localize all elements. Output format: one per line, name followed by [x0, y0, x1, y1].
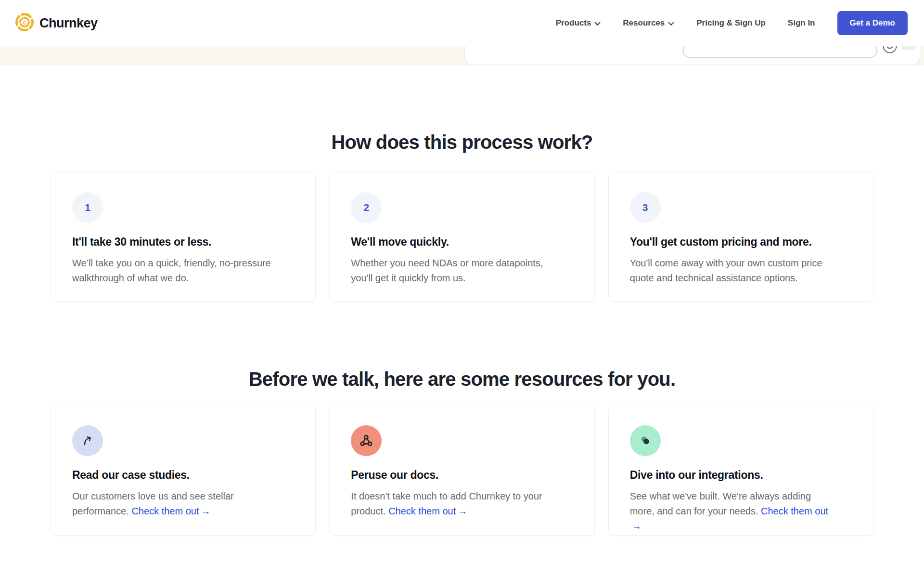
process-card-2: 2 We'll move quickly. Whether you need N…: [329, 171, 594, 302]
webhook-icon: [351, 425, 382, 456]
card-body: You'll come away with your own custom pr…: [630, 256, 837, 286]
nav-sign-in-label: Sign In: [788, 18, 815, 28]
arrow-right-icon: →: [458, 504, 467, 519]
main-content: How does this process work? 1 It'll take…: [51, 131, 873, 536]
process-card-1: 1 It'll take 30 minutes or less. We’ll t…: [51, 171, 316, 302]
process-card-row: 1 It'll take 30 minutes or less. We’ll t…: [51, 171, 873, 302]
booking-form-card: [464, 46, 920, 65]
arrow-right-icon: →: [632, 519, 642, 534]
card-body: See what we've built. We're always addin…: [630, 489, 837, 534]
nav-links: Products Resources Pricing & Sign Up Sig…: [556, 11, 908, 35]
card-title: Dive into our integrations.: [630, 469, 852, 482]
card-title: It'll take 30 minutes or less.: [72, 236, 294, 249]
nav-products-label: Products: [556, 18, 591, 28]
get-a-demo-button[interactable]: Get a Demo: [837, 11, 908, 35]
check-them-out-link[interactable]: Check them out: [388, 506, 456, 516]
resources-section-title: Before we talk, here are some resources …: [51, 368, 873, 390]
card-body: We’ll take you on a quick, friendly, no-…: [72, 256, 279, 286]
docs-card: Peruse our docs. It doesn't take much to…: [329, 405, 594, 536]
card-body: Whether you need NDAs or more datapoints…: [351, 256, 558, 286]
smiley-icon[interactable]: [882, 46, 898, 56]
resources-card-row: Read our case studies. Our customers lov…: [51, 405, 873, 536]
nav-pricing-label: Pricing & Sign Up: [696, 18, 766, 28]
arrow-right-icon: →: [201, 504, 210, 519]
step-number-badge: 2: [351, 192, 382, 223]
form-input[interactable]: [683, 46, 877, 58]
nav-sign-in[interactable]: Sign In: [788, 18, 815, 28]
nav-products[interactable]: Products: [556, 18, 601, 28]
check-them-out-link[interactable]: Check them out: [131, 506, 199, 516]
integrations-card: Dive into our integrations. See what we'…: [608, 405, 873, 536]
card-body: It doesn't take much to add Churnkey to …: [351, 489, 558, 519]
step-number-badge: 3: [630, 192, 661, 223]
nav-pricing-signup[interactable]: Pricing & Sign Up: [696, 18, 766, 28]
process-section-title: How does this process work?: [51, 131, 873, 153]
brand-logo[interactable]: c Churnkey: [14, 12, 98, 34]
case-studies-card: Read our case studies. Our customers lov…: [51, 405, 316, 536]
card-title: We'll move quickly.: [351, 236, 573, 249]
card-title: You'll get custom pricing and more.: [630, 236, 852, 249]
trending-arrow-icon: [72, 425, 103, 456]
ghost-button: [901, 46, 916, 50]
nav-resources[interactable]: Resources: [623, 18, 674, 28]
brand-name: Churnkey: [39, 16, 98, 31]
card-title: Read our case studies.: [72, 469, 294, 482]
integration-dots-icon: [630, 425, 661, 456]
step-number-badge: 1: [72, 192, 103, 223]
nav-resources-label: Resources: [623, 18, 665, 28]
chevron-down-icon: [668, 22, 674, 26]
navbar: c Churnkey Products Resources Pricing & …: [0, 0, 924, 46]
check-them-out-link[interactable]: Check them out: [761, 506, 828, 516]
card-title: Peruse our docs.: [351, 469, 573, 482]
card-body: Our customers love us and see stellar pe…: [72, 489, 279, 519]
churnkey-logo-icon: c: [14, 12, 35, 34]
chevron-down-icon: [594, 22, 601, 26]
process-card-3: 3 You'll get custom pricing and more. Yo…: [608, 171, 873, 302]
hero-remnant-band: [0, 46, 924, 66]
svg-text:c: c: [23, 19, 26, 26]
